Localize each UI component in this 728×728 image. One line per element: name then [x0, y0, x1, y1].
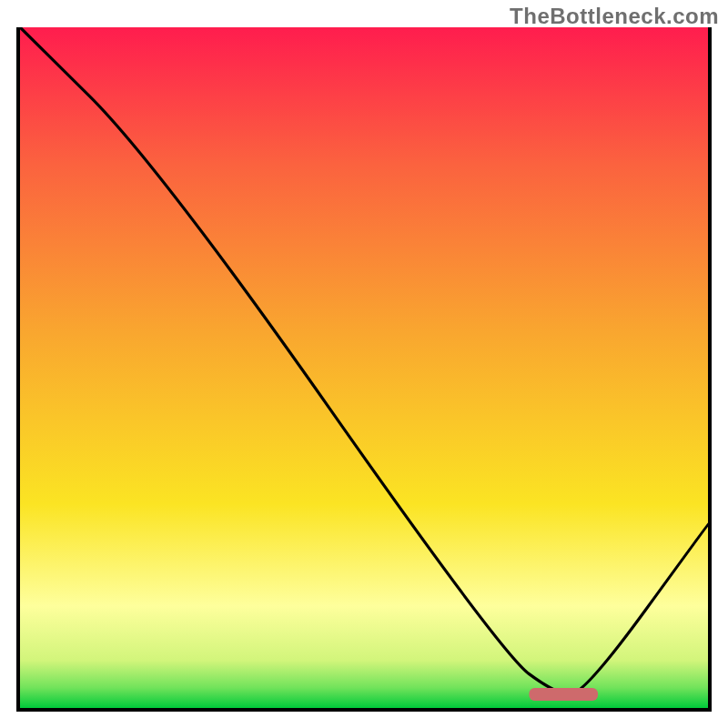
chart-frame: TheBottleneck.com [0, 0, 728, 728]
sweet-spot-marker [529, 688, 598, 701]
heat-background [20, 27, 708, 708]
watermark-label: TheBottleneck.com [510, 4, 719, 29]
plot-svg [20, 27, 708, 708]
plot-area [16, 27, 712, 712]
